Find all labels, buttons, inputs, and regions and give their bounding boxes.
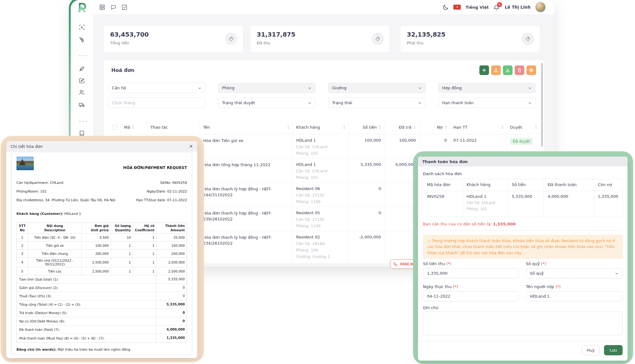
- sort-icon: [413, 126, 416, 129]
- card-value: 32,135,825: [407, 31, 533, 38]
- card-value: 63,453,700: [110, 31, 237, 38]
- users-icon[interactable]: [79, 89, 85, 95]
- task-check-icon[interactable]: [122, 4, 127, 10]
- filter-due-date[interactable]: Hạn thanh toán: [438, 98, 536, 108]
- chevron-down-icon: [198, 86, 202, 90]
- chevron-down-icon: [528, 86, 532, 90]
- download-button[interactable]: [503, 65, 513, 75]
- card-value: 31,317,875: [257, 31, 383, 38]
- sort-icon: [132, 126, 134, 129]
- invoice-items: STTNo Nội dungDescription Đơn giáUnit pr…: [16, 222, 187, 343]
- pen-tool-icon[interactable]: [79, 37, 85, 43]
- card-label: Phải thu: [407, 41, 533, 45]
- scan-flash-icon[interactable]: [79, 24, 85, 30]
- apartment-line: Căn hộ/Apartment: CHLand: [16, 181, 63, 185]
- filter-room[interactable]: Phòng: [218, 83, 316, 93]
- sort-icon: [343, 126, 345, 129]
- chevron-down-icon: [308, 101, 312, 105]
- sort-icon: [535, 126, 537, 129]
- chevron-down-icon: [615, 272, 619, 275]
- chevron-down-icon: [528, 101, 532, 105]
- item-row: 4Tiền nhà (01/11/2022 - 30/11/2022)2,500…: [17, 258, 187, 267]
- delete-button[interactable]: [515, 65, 524, 75]
- overpayment-warning: ☆ Trong trường hợp khách thanh toán thừa…: [423, 235, 623, 259]
- header-code[interactable]: Mã: [121, 121, 147, 134]
- header-due[interactable]: Hạn TT: [450, 121, 507, 134]
- sort-icon: [379, 126, 381, 129]
- payer-name-input[interactable]: [526, 291, 623, 301]
- vietnam-flag-icon[interactable]: ★: [453, 5, 461, 10]
- month-picker-input[interactable]: [108, 98, 206, 108]
- money-tag-icon: [522, 33, 534, 45]
- apps-grid-icon[interactable]: [99, 4, 105, 10]
- detail-modal-title: Chi tiết hóa đơn: [11, 144, 43, 149]
- amount-collected-input[interactable]: [423, 268, 518, 278]
- close-icon[interactable]: ✕: [189, 144, 193, 149]
- sort-icon: [501, 126, 504, 129]
- chevron-down-icon: [418, 86, 422, 90]
- payment-invoice-table: Mã hóa đơn Khách hàng Số tiền Đã thanh t…: [423, 179, 623, 217]
- header-approve[interactable]: Duyệt: [507, 121, 540, 134]
- save-button[interactable]: Lưu: [604, 345, 623, 355]
- fund-select[interactable]: Số quỹ: [526, 268, 623, 278]
- language-label[interactable]: Tiếng Việt: [465, 5, 489, 10]
- header-debt[interactable]: Nợ: [419, 121, 450, 134]
- item-row: 5Tiền cọc2,500,000112,500,000: [17, 267, 187, 275]
- upload-button[interactable]: [491, 65, 501, 75]
- feather-icon[interactable]: [79, 66, 85, 72]
- filter-bed[interactable]: Giường: [328, 83, 426, 93]
- filter-status[interactable]: Trạng thái: [328, 98, 426, 108]
- total-row: Tạm tính (Sub total) (1):5,335,000: [17, 275, 187, 284]
- filter-apartment[interactable]: Căn hộ: [108, 83, 206, 93]
- edit-compose-icon[interactable]: [79, 78, 85, 84]
- summary-card-collected: 31,317,875 Đã thu: [251, 26, 389, 52]
- invoice-info: Căn hộ/Apartment: CHLandSố/No: INV0259 P…: [16, 181, 187, 207]
- total-row: Giảm giá (Discount) (2):0: [17, 284, 187, 292]
- settings-button[interactable]: [526, 65, 536, 75]
- chat-icon[interactable]: [110, 4, 116, 10]
- sort-icon: [287, 126, 290, 129]
- filter-approve-status[interactable]: Trạng thái duyệt: [218, 98, 316, 108]
- status-badge: Đã duyệt: [510, 138, 533, 145]
- note-textarea[interactable]: [423, 312, 623, 335]
- book-icon[interactable]: [79, 130, 85, 136]
- app-logo[interactable]: [76, 2, 88, 14]
- date-line: Ngày/Date: 02-11-2022: [147, 189, 187, 193]
- add-invoice-button[interactable]: [479, 65, 489, 75]
- invoice-toolbar: [479, 65, 536, 75]
- panel-scrollbar[interactable]: [541, 63, 543, 147]
- cancel-button[interactable]: Huỷ: [582, 345, 600, 355]
- chevron-down-icon: [418, 101, 422, 105]
- dark-mode-icon[interactable]: [443, 4, 449, 10]
- detail-modal-header: Chi tiết hóa đơn ✕: [6, 141, 197, 152]
- fund-label: Số quỹ (*): [526, 261, 546, 266]
- room-line: Phòng/Room: 101: [16, 189, 47, 193]
- header-customer[interactable]: Khách hàng: [293, 121, 349, 134]
- filter-contract[interactable]: Hợp đồng: [438, 83, 536, 93]
- item-row: 3Tiền điện chung200,00011200,000: [17, 250, 187, 258]
- header-paid[interactable]: Đã trả: [384, 121, 419, 134]
- sort-icon: [444, 126, 447, 129]
- item-row: 2Tiền gửi xe100,00011100,000: [17, 242, 187, 250]
- header-amount[interactable]: Số tiền: [349, 121, 384, 134]
- address-line: Địa chỉ/Address: 34, Phường Tứ Liên, Quậ…: [16, 198, 115, 202]
- card-label: Đã thu: [257, 41, 383, 45]
- sidebar-ellipsis-icon-2[interactable]: •••: [79, 119, 88, 124]
- property-photo: [16, 157, 34, 170]
- divider: [418, 341, 628, 341]
- sidebar-ellipsis-icon[interactable]: •••: [79, 53, 88, 58]
- total-row: Đã thanh toán (Paid) (7):4,000,000: [17, 326, 187, 334]
- card-label: Tổng tiền: [110, 41, 237, 45]
- invoice-document: HÓA ĐƠN/PAYMENT REQUEST Căn hộ/Apartment…: [11, 152, 192, 355]
- avatar[interactable]: [535, 2, 546, 12]
- divider: [423, 230, 623, 231]
- header-name[interactable]: Tên: [200, 121, 293, 134]
- invoice-list-label: Danh sách hóa đơn: [423, 171, 462, 176]
- select-all-checkbox[interactable]: [112, 125, 117, 130]
- notification-bell-icon[interactable]: 6: [493, 3, 500, 11]
- truck-icon[interactable]: [79, 102, 85, 108]
- topbar-right: ★ Tiếng Việt 6 Lê Thị Lĩnh: [443, 0, 546, 14]
- summary-card-total: 63,453,700 Tổng tiền: [104, 26, 243, 52]
- collect-date-input[interactable]: [423, 291, 518, 301]
- due-date-line: Hạn TT/Due date: 07-11-2022: [136, 198, 187, 202]
